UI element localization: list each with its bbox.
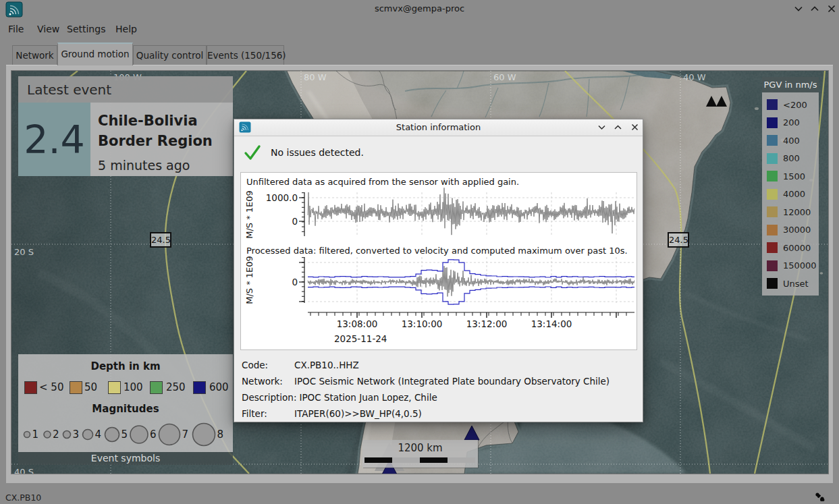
depth-legend-label: 250 — [166, 381, 186, 394]
latest-event-panel[interactable]: Latest event 2.4 Chile-Bolivia Border Re… — [18, 76, 233, 176]
window-titlebar[interactable]: scmvx@gempa-proc — [0, 0, 839, 18]
pgv-legend-item: 400 — [762, 132, 819, 150]
window-maximize-icon[interactable] — [809, 4, 820, 13]
magnitude-label: 6 — [150, 428, 157, 441]
magnitude-label: 2 — [53, 428, 59, 441]
map-value-label: 24.5 — [150, 232, 171, 248]
dialog-float-icon[interactable] — [612, 122, 624, 133]
lat-label-40s: 40 S — [14, 467, 34, 474]
waveform-plots: Unfiltered data as acquired from the sen… — [241, 173, 637, 349]
station-info-row: Code:CX.PB10..HHZ — [242, 357, 610, 373]
map-scale-bar: 1200 km — [362, 440, 478, 468]
scale-segment — [392, 457, 420, 463]
station-info-row: Description:IPOC Station Juan Lopez, Chi… — [242, 389, 610, 405]
pgv-legend-label: 12000 — [783, 207, 811, 217]
magnitude-scale: 12345678 — [18, 418, 233, 452]
station-info-row: Network:IPOC Seismic Network (Integrated… — [242, 373, 610, 389]
magnitude-circle — [83, 430, 93, 440]
pgv-legend-item: 4000 — [762, 186, 819, 204]
magnitude-circle — [130, 426, 148, 443]
magnitude-label: 1 — [32, 428, 39, 441]
dialog-dock-icon[interactable] — [596, 122, 607, 133]
pgv-color-swatch — [767, 206, 778, 217]
event-symbols-footer: Event symbols — [18, 452, 233, 465]
depth-legend-label: 100 — [124, 381, 143, 394]
pgv-color-swatch — [767, 189, 778, 200]
pgv-legend-title: PGV in nm/s — [762, 77, 819, 92]
station-information-dialog: Station information No issues detected. … — [234, 119, 643, 422]
y-tick-label: 0 — [292, 277, 298, 287]
magnitude-label: 4 — [95, 428, 102, 441]
x-tick-label: 13:08:00 — [337, 318, 378, 329]
info-value: CX.PB10..HHZ — [294, 360, 359, 370]
pgv-legend-item: 200 — [762, 114, 819, 132]
pgv-legend-label: 200 — [783, 117, 800, 128]
tab-network[interactable]: Network — [12, 45, 57, 65]
depth-legend-label: < 50 — [39, 381, 63, 394]
magnitudes-title: Magnitudes — [18, 403, 233, 415]
tab-events[interactable]: Events (150/156) — [207, 45, 284, 65]
y-axis-label: M/S * 1E09 — [244, 190, 254, 239]
depth-legend-label: 50 — [84, 381, 97, 394]
pgv-legend-label: 30000 — [783, 225, 811, 235]
station-status: No issues detected. — [244, 144, 364, 161]
dialog-close-icon[interactable] — [629, 122, 641, 133]
pgv-legend-item: 1500 — [762, 167, 819, 186]
pgv-color-swatch — [767, 153, 778, 164]
x-tick-label: 13:12:00 — [466, 318, 508, 329]
tab-quality-control[interactable]: Quality control — [133, 45, 207, 65]
station-info-row: Filter:ITAPER(60)>>BW_HP(4,0.5) — [242, 405, 610, 422]
pgv-legend-label: 800 — [783, 153, 800, 163]
menu-file[interactable]: File — [5, 22, 26, 36]
info-value: ITAPER(60)>>BW_HP(4,0.5) — [294, 408, 422, 419]
dialog-titlebar[interactable]: Station information — [234, 119, 643, 136]
info-label: Filter: — [242, 408, 294, 419]
pgv-legend-item: 150000 — [762, 257, 819, 275]
date-label: 2025-11-24 — [334, 333, 387, 344]
info-value: IPOC Seismic Network (Integrated Plate b… — [294, 376, 610, 387]
pgv-legend-label: 4000 — [783, 189, 805, 199]
station-status-text: No issues detected. — [271, 147, 364, 158]
depth-legend-title: Depth in km — [18, 360, 233, 372]
pgv-legend-label: 60000 — [783, 243, 811, 253]
scale-bar-label: 1200 km — [362, 442, 478, 454]
lat-label-20s: 20 S — [14, 247, 34, 257]
tab-ground-motion[interactable]: Ground motion — [57, 43, 133, 65]
menu-view[interactable]: View — [34, 22, 62, 36]
lon-label-60w: 60 W — [493, 72, 516, 82]
pgv-legend-item: 12000 — [762, 203, 819, 221]
y-tick-label: 1000.0 — [266, 192, 298, 203]
pgv-legend-label: 1500 — [783, 171, 805, 181]
pgv-color-swatch — [767, 242, 778, 253]
y-tick-label: 0 — [292, 216, 298, 227]
pgv-color-swatch — [767, 135, 778, 146]
pgv-legend-label: Unset — [783, 279, 809, 289]
pgv-color-swatch — [767, 278, 778, 289]
pgv-color-swatch — [767, 171, 778, 181]
plot-title: Processed data: filtered, converted to v… — [246, 246, 628, 256]
x-tick-label: 13:14:00 — [531, 318, 572, 329]
magnitude-label: 5 — [121, 428, 128, 441]
waveform-plot-frame[interactable]: Unfiltered data as acquired from the sen… — [240, 172, 637, 350]
magnitude-circle — [24, 432, 30, 438]
lon-label-40w: 40 W — [683, 72, 706, 82]
window-minimize-icon[interactable] — [793, 4, 804, 13]
window-close-icon[interactable] — [826, 4, 837, 13]
pgv-legend-item: Unset — [762, 275, 819, 293]
pgv-legend-item: 30000 — [762, 221, 819, 240]
scale-bar-segments — [364, 457, 475, 463]
pgv-legend: PGV in nm/s <200200400800150040001200030… — [762, 77, 819, 296]
latest-event-region: Chile-Bolivia Border Region — [98, 111, 213, 152]
pgv-color-swatch — [767, 260, 778, 271]
pgv-legend-label: 400 — [783, 136, 800, 146]
menu-settings[interactable]: Settings — [64, 22, 108, 36]
pgv-legend-item: <200 — [762, 96, 819, 114]
menu-help[interactable]: Help — [113, 22, 140, 36]
plot-title: Unfiltered data as acquired from the sen… — [246, 177, 519, 187]
y-axis-label: M/S * 1E09 — [244, 256, 254, 304]
magnitude-label: 7 — [182, 428, 189, 441]
magnitude-circle — [159, 424, 180, 445]
depth-color-swatch — [70, 381, 82, 394]
magnitude-circle — [105, 428, 119, 442]
dialog-title: Station information — [234, 122, 643, 132]
